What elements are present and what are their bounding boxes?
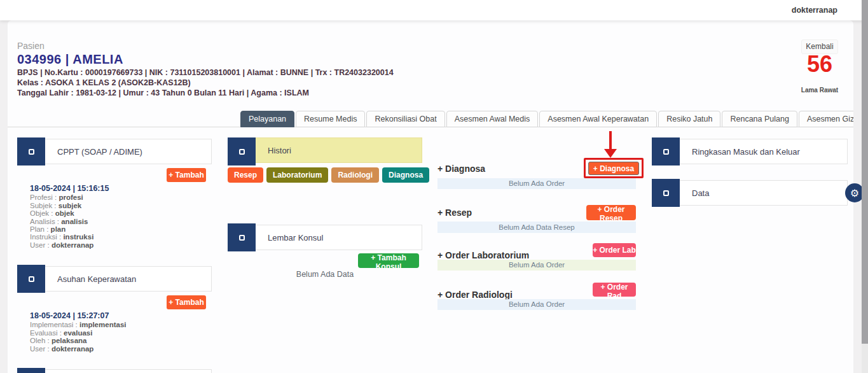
cppt-entry-field: Objek : objek xyxy=(30,209,109,217)
cppt-card-header[interactable]: CPPT (SOAP / ADIME) xyxy=(17,139,212,164)
konsul-card-header[interactable]: Lembar Konsul xyxy=(228,225,422,250)
asuhan-card-title: Asuhan Keperawatan xyxy=(57,267,136,292)
histori-card-header[interactable]: Histori xyxy=(228,137,422,163)
resep-empty-strip: Belum Ada Data Resep xyxy=(437,222,636,233)
panel-square-icon xyxy=(29,276,34,282)
resep-heading: + Resep xyxy=(437,208,472,218)
cppt-entry-field: Subjek : subjek xyxy=(30,202,109,209)
panel-square-icon xyxy=(663,190,669,196)
annotation-arrow-head xyxy=(604,149,617,158)
cppt-add-button[interactable]: + Tambah xyxy=(167,168,206,182)
partial-card-header[interactable] xyxy=(17,369,212,373)
tabs: Pelayanan Resume Medis Rekonsiliasi Obat… xyxy=(240,111,853,127)
gear-icon: ⚙ xyxy=(850,187,859,199)
scrollbar-thumb[interactable] xyxy=(862,0,868,344)
konsul-add-button[interactable]: + Tambah Konsul xyxy=(358,253,419,268)
page-scrollbar xyxy=(862,0,868,373)
diagnosa-empty-strip: Belum Ada Order xyxy=(437,178,636,189)
order-resep-button[interactable]: + Order Resep xyxy=(586,205,636,220)
radiologi-empty-strip: Belum Ada Order xyxy=(437,299,636,310)
cppt-entry: 18-05-2024 | 15:16:15 Profesi : profesi … xyxy=(30,185,109,249)
asuhan-card-header[interactable]: Asuhan Keperawatan xyxy=(17,266,212,292)
cppt-entry-field: Instruksi : instruksi xyxy=(30,233,109,241)
asuhan-entry: 18-05-2024 | 15:27:07 Implementasi : imp… xyxy=(30,312,126,353)
panel-square-icon xyxy=(663,149,669,155)
konsul-card-title: Lembar Konsul xyxy=(268,225,323,251)
konsul-empty-text: Belum Ada Data xyxy=(228,270,422,279)
panel-square-icon xyxy=(29,149,34,155)
partial-card-toggle[interactable] xyxy=(17,368,45,373)
cppt-entry-field: User : dokterranap xyxy=(30,241,109,249)
histori-filter-resep[interactable]: Resep xyxy=(228,167,263,183)
cppt-card-title: CPPT (SOAP / ADIME) xyxy=(57,139,142,165)
tab-resume-medis[interactable]: Resume Medis xyxy=(296,111,365,127)
radiologi-heading: + Order Radiologi xyxy=(437,290,513,300)
tab-asesmen-gizi[interactable]: Asesmen Gizi xyxy=(799,111,853,127)
histori-card-title: Histori xyxy=(268,138,291,164)
tab-rekonsiliasi-obat[interactable]: Rekonsiliasi Obat xyxy=(366,111,444,127)
histori-card-toggle[interactable] xyxy=(228,137,256,165)
asuhan-entry-field: Evaluasi : evaluasi xyxy=(30,329,126,337)
ringkasan-card-title: Ringkasan Masuk dan Keluar xyxy=(692,139,800,165)
histori-filter-row: Resep Laboratorium Radiologi Diagnosa xyxy=(228,167,432,183)
tab-asesmen-awal-medis[interactable]: Asesmen Awal Medis xyxy=(446,111,539,127)
data-card-title: Data xyxy=(692,181,709,206)
patient-detail-line: Kelas : ASOKA 1 KELAS 2 (ASOK2B-KAS12B) xyxy=(17,78,191,87)
tab-pelayanan[interactable]: Pelayanan xyxy=(240,111,294,127)
laboratorium-heading: + Order Laboratorium xyxy=(437,250,529,260)
ringkasan-card-toggle[interactable] xyxy=(652,137,680,165)
length-of-stay-value: 56 xyxy=(795,51,844,78)
histori-filter-laboratorium[interactable]: Laboratorium xyxy=(266,167,328,183)
asuhan-entry-datetime: 18-05-2024 | 15:27:07 xyxy=(30,312,126,320)
cppt-entry-field: Plan : plan xyxy=(30,225,109,233)
asuhan-card-toggle[interactable] xyxy=(17,265,45,293)
asuhan-entry-field: Oleh : pelaksana xyxy=(30,337,126,344)
laboratorium-empty-strip: Belum Ada Order xyxy=(437,260,636,271)
tab-asesmen-awal-keperawatan[interactable]: Asesmen Awal Keperawatan xyxy=(539,111,657,127)
patient-title: 034996 | AMELIA xyxy=(17,52,123,67)
asuhan-add-button[interactable]: + Tambah xyxy=(167,295,206,309)
order-rad-button[interactable]: + Order Rad xyxy=(593,283,636,297)
tab-resiko-jatuh[interactable]: Resiko Jatuh xyxy=(658,111,720,127)
tab-rencana-pulang[interactable]: Rencana Pulang xyxy=(722,111,797,127)
main-panel: Pasien 034996 | AMELIA BPJS | No.Kartu :… xyxy=(8,20,853,373)
cppt-entry-field: Analisis : analisis xyxy=(30,218,109,225)
ringkasan-card-header[interactable]: Ringkasan Masuk dan Keluar xyxy=(652,139,848,164)
panel-square-icon xyxy=(239,149,245,155)
diagnosa-order-button[interactable]: + Diagnosa xyxy=(588,162,639,175)
diagnosa-heading: + Diagnosa xyxy=(437,164,485,174)
patient-detail-line: Tanggal Lahir : 1981-03-12 | Umur : 43 T… xyxy=(17,88,309,97)
annotation-arrow-shaft xyxy=(609,131,612,149)
cppt-card-toggle[interactable] xyxy=(17,137,45,165)
asuhan-entry-field: User : dokterranap xyxy=(30,345,126,353)
cppt-entry-datetime: 18-05-2024 | 15:16:15 xyxy=(30,185,109,192)
patient-section-label: Pasien xyxy=(17,41,45,51)
konsul-card-toggle[interactable] xyxy=(228,223,256,251)
data-card-toggle[interactable] xyxy=(652,179,680,207)
user-menu[interactable]: dokterranap xyxy=(792,0,837,20)
top-bar: dokterranap xyxy=(0,0,868,20)
panel-square-icon xyxy=(239,235,245,241)
patient-detail-line: BPJS | No.Kartu : 0000197669733 | NIK : … xyxy=(17,68,394,77)
order-lab-button[interactable]: + Order Lab xyxy=(593,243,636,257)
length-of-stay-label: Lama Rawat xyxy=(795,87,844,94)
histori-filter-radiologi[interactable]: Radiologi xyxy=(331,167,379,183)
data-card-header[interactable]: Data xyxy=(652,180,848,206)
cppt-entry-field: Profesi : profesi xyxy=(30,194,109,201)
tabs-row: Pelayanan Resume Medis Rekonsiliasi Obat… xyxy=(8,111,853,127)
asuhan-entry-field: Implementasi : implementasi xyxy=(30,321,126,328)
histori-filter-diagnosa[interactable]: Diagnosa xyxy=(382,167,429,183)
